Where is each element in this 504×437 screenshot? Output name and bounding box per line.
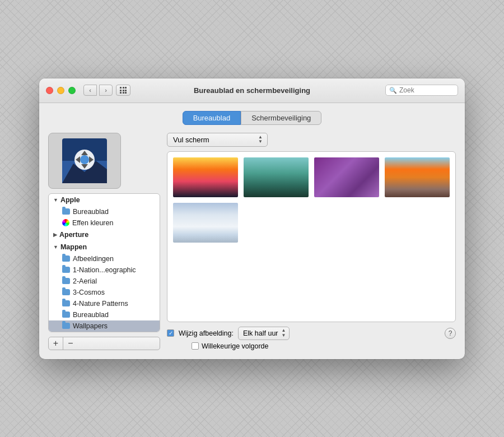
wijzig-checkbox-label[interactable]: ✓	[167, 329, 174, 337]
interval-label: Elk half uur	[243, 329, 278, 337]
chevron-down-icon: ▼	[258, 140, 263, 145]
group-aperture[interactable]: ▶ Aperture	[49, 229, 160, 241]
back-button[interactable]: ‹	[83, 85, 97, 96]
sidebar-item-bureaublad2-label: Bureaublad	[73, 311, 109, 319]
tab-bureaublad[interactable]: Bureaublad	[183, 111, 241, 125]
sidebar-item-afbeeldingen-label: Afbeeldingen	[73, 255, 114, 263]
tab-schermbeveiliging[interactable]: Schermbeveiliging	[241, 111, 321, 125]
color-wheel-icon	[62, 219, 69, 226]
dropdown-label: Vul scherm	[173, 136, 254, 144]
group-mappen-label: Mappen	[60, 243, 87, 251]
folder-icon-8	[62, 323, 70, 329]
minimize-button[interactable]	[57, 87, 64, 94]
group-apple[interactable]: ▼ Apple	[49, 194, 160, 206]
main-area: ▼ Apple Bureaublad Effen kleuren ▶ A	[48, 133, 456, 350]
folder-icon-5	[62, 289, 70, 295]
wallpaper-thumb-mountains[interactable]	[242, 156, 310, 198]
group-mappen[interactable]: ▼ Mappen	[49, 241, 160, 253]
wallpaper-thumb-yosemite[interactable]	[384, 156, 451, 198]
grid-button[interactable]	[116, 85, 130, 96]
preview-box	[48, 133, 121, 189]
random-checkbox-label[interactable]: Willekeurige volgorde	[192, 342, 269, 350]
sidebar-item-ng-label: 1-Nation...eographic	[73, 266, 136, 274]
forward-button[interactable]: ›	[99, 85, 113, 96]
folder-icon-7	[62, 312, 70, 318]
search-icon: 🔍	[389, 87, 397, 94]
folder-icon-2	[62, 255, 70, 262]
sidebar-item-wallpapers-label: Wallpapers	[73, 322, 108, 330]
dropdown-row: Vul scherm ▲ ▼	[167, 133, 456, 147]
wallpaper-yosemite-preview	[385, 157, 450, 197]
maximize-button[interactable]	[68, 87, 76, 94]
sidebar-item-wallpapers[interactable]: Wallpapers	[49, 320, 160, 332]
sidebar-item-aerial-label: 2-Aerial	[73, 277, 97, 285]
add-remove-buttons: + −	[48, 337, 160, 350]
nav-buttons: ‹ ›	[83, 85, 113, 96]
folder-icon-6	[62, 300, 70, 306]
sidebar-item-nature[interactable]: 4-Nature Patterns	[49, 298, 160, 309]
remove-button[interactable]: −	[63, 337, 78, 350]
window-title: Bureaublad en schermbeveiliging	[194, 86, 310, 95]
sidebar-item-effen-label: Effen kleuren	[72, 219, 113, 227]
right-panel: Vul scherm ▲ ▼	[167, 133, 456, 350]
folder-icon-4	[62, 278, 70, 284]
interval-arrows-icon: ▲ ▼	[282, 328, 286, 338]
wallpaper-thumb-sunset[interactable]	[172, 156, 239, 198]
content-area: Bureaublad Schermbeveiliging	[39, 103, 465, 359]
wijzig-checkbox[interactable]: ✓	[167, 329, 174, 337]
svg-point-4	[80, 155, 89, 164]
group-aperture-label: Aperture	[59, 231, 88, 239]
sidebar-item-bureaublad[interactable]: Bureaublad	[49, 206, 160, 217]
titlebar: ‹ › Bureaublad en schermbeveiliging 🔍	[39, 78, 465, 103]
wijzig-row: ✓ Wijzig afbeelding: Elk half uur ▲ ▼ ?	[167, 327, 456, 340]
add-button[interactable]: +	[49, 337, 63, 350]
sidebar-item-cosmos[interactable]: 3-Cosmos	[49, 287, 160, 298]
wallpaper-snow-preview	[173, 203, 238, 243]
wallpaper-grid	[167, 151, 456, 322]
sidebar-item-bureaublad-label: Bureaublad	[73, 208, 109, 216]
wallpaper-thumb-purple[interactable]	[313, 156, 380, 198]
wallpaper-purple-preview	[314, 157, 379, 197]
triangle-down-icon-2: ▼	[53, 244, 58, 250]
triangle-down-icon: ▼	[53, 197, 58, 203]
traffic-lights	[46, 87, 76, 94]
sidebar-item-nature-label: 4-Nature Patterns	[73, 300, 128, 308]
change-interval-dropdown[interactable]: Elk half uur ▲ ▼	[238, 327, 290, 340]
wijzig-label: Wijzig afbeelding:	[179, 329, 234, 337]
sidebar-item-nationgeographic[interactable]: 1-Nation...eographic	[49, 264, 160, 276]
folder-tree: ▼ Apple Bureaublad Effen kleuren ▶ A	[48, 193, 160, 332]
search-bar[interactable]: 🔍	[385, 85, 458, 96]
sidebar-item-aerial[interactable]: 2-Aerial	[49, 276, 160, 287]
chevron-down-icon-2: ▼	[282, 333, 286, 338]
wallpaper-thumb-snow[interactable]	[172, 202, 239, 244]
sidebar-item-effen-kleuren[interactable]: Effen kleuren	[49, 217, 160, 229]
grid-icon	[120, 87, 127, 94]
dropdown-arrows-icon: ▲ ▼	[258, 135, 263, 145]
help-button[interactable]: ?	[445, 328, 456, 339]
sidebar-item-bureaublad2[interactable]: Bureaublad	[49, 309, 160, 320]
folder-icon-3	[62, 267, 70, 273]
close-button[interactable]	[46, 87, 53, 94]
search-input[interactable]	[399, 86, 454, 94]
sidebar-item-afbeeldingen[interactable]: Afbeeldingen	[49, 253, 160, 264]
wallpaper-sunset-preview	[173, 157, 238, 197]
wallpaper-mountains-preview	[244, 157, 309, 197]
main-window: ‹ › Bureaublad en schermbeveiliging 🔍 Bu…	[39, 78, 465, 359]
checkmark-icon: ✓	[169, 331, 173, 336]
preview-icon	[62, 138, 107, 183]
sidebar-item-cosmos-label: 3-Cosmos	[73, 289, 105, 296]
random-row: Willekeurige volgorde	[192, 342, 456, 350]
left-panel: ▼ Apple Bureaublad Effen kleuren ▶ A	[48, 133, 160, 350]
triangle-right-icon: ▶	[53, 232, 57, 238]
folder-icon	[62, 208, 70, 215]
fill-screen-dropdown[interactable]: Vul scherm ▲ ▼	[167, 133, 268, 147]
bottom-controls: ✓ Wijzig afbeelding: Elk half uur ▲ ▼ ?	[167, 327, 456, 350]
tab-bar: Bureaublad Schermbeveiliging	[48, 111, 456, 125]
random-label: Willekeurige volgorde	[202, 342, 269, 350]
group-apple-label: Apple	[60, 196, 80, 204]
random-checkbox[interactable]	[192, 342, 199, 350]
